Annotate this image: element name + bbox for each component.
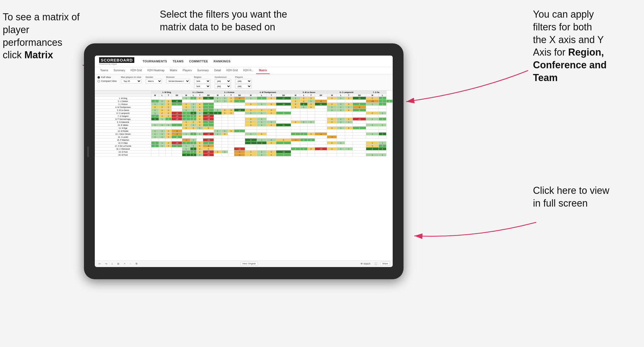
cell-8-24 [366, 121, 379, 124]
fullview-option[interactable]: Full View [97, 76, 117, 79]
undo-btn[interactable]: ↩ [97, 262, 102, 266]
subtab-h2hgrid1[interactable]: H2H Grid [128, 67, 145, 74]
zoom-out-btn[interactable]: − [129, 262, 132, 266]
settings-btn[interactable]: ⚙ [134, 262, 139, 266]
cell-4-19 [315, 109, 327, 112]
cell-5-11 [234, 112, 245, 115]
annotation-topright: You can apply filters for both the X axi… [533, 8, 636, 84]
cell-11-24 [366, 130, 379, 133]
redo-btn[interactable]: ↪ [104, 262, 108, 266]
cell-13-1: 1 [159, 136, 165, 139]
ann-topright-l1: You can apply [533, 9, 594, 20]
cell-8-9 [222, 121, 228, 124]
row-label-18: 19. D Ford [95, 150, 151, 153]
logo-block: SCOREBOARD Powered by clippd [99, 57, 134, 65]
table-row: 20. M Ford331-11-4010711 [95, 153, 393, 156]
cell-5-16 [291, 112, 300, 115]
cell-11-16 [291, 130, 300, 133]
cell-2-0: 1 [151, 103, 159, 106]
cell-2-11 [234, 103, 245, 106]
players-select1[interactable]: (All) [235, 79, 252, 83]
nav-teams[interactable]: TEAMS [173, 59, 184, 64]
cell-14-9 [222, 139, 228, 142]
compactview-radio[interactable] [97, 80, 100, 82]
cell-10-20: 0 [327, 127, 337, 130]
cell-18-19 [315, 150, 327, 153]
cell-4-0: 1 [151, 109, 159, 112]
nav-tournaments[interactable]: TOURNAMENTS [142, 59, 167, 64]
cell-7-7: -16 [203, 118, 214, 121]
cell-9-12: 0 [245, 124, 257, 127]
division-select[interactable]: NCAA Division I [166, 79, 190, 83]
fullscreen-btn[interactable]: ⛶ [374, 262, 378, 266]
conference-select2[interactable]: (All) [215, 84, 231, 89]
players-select2[interactable]: (All) [235, 84, 252, 89]
cell-16-25: 2 [379, 144, 386, 147]
nav-committee[interactable]: COMMITTEE [189, 59, 208, 64]
cell-1-13 [257, 100, 266, 103]
col-header-4: 4. M Thorbjornsen [245, 91, 291, 94]
subtab-matrix1[interactable]: Matrix [167, 67, 180, 74]
region-select2[interactable]: N/A [194, 84, 210, 89]
cell-7-14 [266, 118, 276, 121]
cell-3-8 [214, 106, 222, 109]
sh-d2: Dif [203, 94, 214, 97]
cell-1-10: 0 [228, 100, 234, 103]
cell-13-16 [291, 136, 300, 139]
cell-8-10 [228, 121, 234, 124]
cell-1-21 [337, 100, 345, 103]
cell-16-11 [234, 144, 245, 147]
cell-18-16 [291, 150, 300, 153]
cell-3-10 [228, 106, 234, 109]
subtab-teams[interactable]: Teams [97, 67, 111, 74]
cell-18-11: -1 [234, 150, 245, 153]
watch-btn[interactable]: 👁 Watch [359, 262, 372, 266]
cell-1-14 [266, 100, 276, 103]
fullview-radio[interactable] [97, 76, 100, 79]
cell-0-15: 17 [276, 97, 291, 100]
subtab-players[interactable]: Players [180, 67, 194, 74]
cell-18-25 [379, 150, 386, 153]
cell-5-10: 0 [228, 112, 234, 115]
cell-4-12: 0 [245, 109, 257, 112]
cell-3-2: 0 [165, 106, 171, 109]
ann-topright-l6: Team [533, 72, 558, 83]
filter-maxplayers: Max players in view Top 25 [121, 76, 141, 83]
conference-select1[interactable]: (All) [215, 79, 231, 83]
cell-16-14 [266, 144, 276, 147]
cell-6-11 [234, 115, 245, 118]
cell-12-10 [228, 133, 234, 136]
table-row: 15. P Maichon-11-194110-722 [95, 139, 393, 142]
subtab-matrix2[interactable]: Matrix [256, 67, 269, 74]
zoom-in-btn[interactable]: + [123, 262, 126, 266]
cell-1-18: 1 [307, 100, 315, 103]
cell-4-1: 0 [159, 109, 165, 112]
subtab-h2hh[interactable]: H2H H... [240, 67, 256, 74]
nav-rankings[interactable]: RANKINGS [214, 59, 231, 64]
cell-6-6: 0 [197, 115, 203, 118]
cell-4-13: 0 [257, 109, 266, 112]
cell-0-17: 0 [300, 97, 307, 100]
subtab-detail[interactable]: Detail [212, 67, 224, 74]
region-select[interactable]: N/A [194, 79, 210, 83]
sh-l7: L [379, 94, 386, 97]
home-btn[interactable]: ⌂ [110, 262, 114, 266]
subtab-h2hgrid2[interactable]: H2H Grid [224, 67, 240, 74]
compactview-option[interactable]: Compact View [97, 80, 117, 82]
cell-19-5: 3 [190, 153, 197, 156]
matrix-area[interactable]: 1. W Ding 2. L Clanton 3. J Koivun 4. M … [95, 91, 393, 260]
cell-5-7: 24 [203, 112, 214, 115]
subtab-h2hheatmap[interactable]: H2H Heatmap [145, 67, 167, 74]
maxplayers-select[interactable]: Top 25 [121, 79, 141, 83]
share-btn[interactable]: Share [380, 262, 390, 266]
subtab-summary2[interactable]: Summary [194, 67, 212, 74]
grid-btn[interactable]: ⊞ [116, 262, 121, 266]
cell-4-18 [307, 109, 315, 112]
cell-3-22: 1 [345, 106, 353, 109]
table-row: 13. J Skov Olesen110-3121-191010220-113 [95, 133, 393, 136]
subtab-summary1[interactable]: Summary [111, 67, 128, 74]
cell-6-9 [222, 115, 228, 118]
gender-select[interactable]: Men's [146, 79, 162, 83]
cell-19-10 [228, 153, 234, 156]
cell-17-23 [353, 147, 366, 150]
